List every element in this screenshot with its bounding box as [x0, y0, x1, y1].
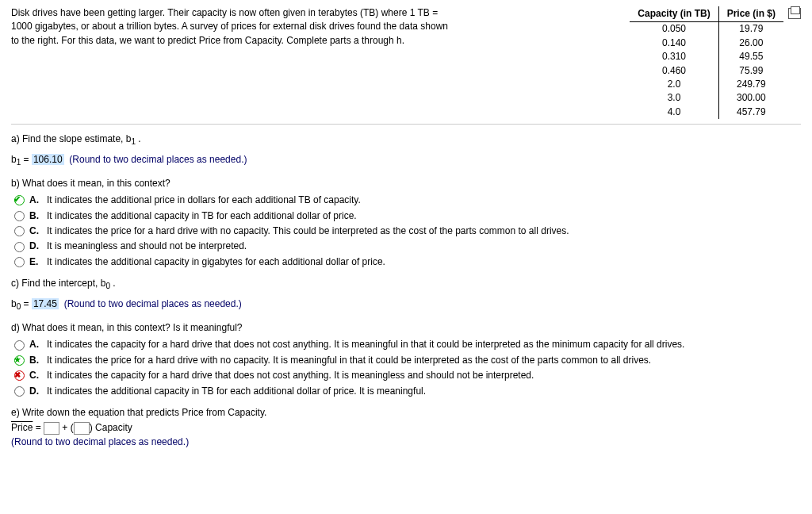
- option-text: It indicates the additional capacity in …: [47, 385, 426, 398]
- e-prompt: e) Write down the equation that predicts…: [11, 406, 801, 420]
- option-text: It indicates the additional capacity in …: [47, 255, 385, 269]
- option-text: It indicates the price for a hard drive …: [47, 224, 569, 238]
- table-row: 3.0300.00: [630, 91, 783, 105]
- copy-icon[interactable]: [788, 8, 801, 19]
- part-a: a) Find the slope estimate, b1 . b1 = 10…: [11, 132, 801, 169]
- intercept-input[interactable]: [44, 422, 59, 435]
- option-row[interactable]: C.It indicates the capacity for a hard d…: [14, 369, 801, 382]
- a-hint: (Round to two decimal places as needed.): [67, 154, 247, 165]
- c-prompt: c) Find the intercept, b: [11, 278, 105, 289]
- e-hint: (Round to two decimal places as needed.): [11, 435, 801, 449]
- radio-icon[interactable]: [14, 370, 25, 381]
- problem-intro: Disk drives have been getting larger. Th…: [11, 6, 455, 48]
- option-text: It is meaningless and should not be inte…: [47, 240, 247, 253]
- part-d: d) What does it mean, in this context? I…: [11, 321, 801, 398]
- radio-icon[interactable]: [14, 257, 25, 267]
- option-text: It indicates the capacity for a hard dri…: [47, 369, 534, 382]
- radio-icon[interactable]: [14, 242, 25, 252]
- radio-icon[interactable]: [14, 340, 25, 351]
- radio-icon[interactable]: [14, 211, 25, 221]
- radio-icon[interactable]: [14, 355, 25, 366]
- option-row[interactable]: D.It indicates the additional capacity i…: [14, 385, 801, 398]
- table-row: 0.46075.99: [630, 64, 783, 78]
- d-prompt: d) What does it mean, in this context? I…: [11, 321, 801, 335]
- option-text: It indicates the additional price in dol…: [47, 194, 361, 207]
- table-row: 4.0457.79: [630, 105, 783, 119]
- table-row: 0.31049.55: [630, 50, 783, 63]
- radio-icon[interactable]: [14, 226, 25, 236]
- c-answer-input[interactable]: 17.45: [32, 298, 59, 309]
- option-row[interactable]: D.It is meaningless and should not be in…: [14, 240, 801, 253]
- option-row[interactable]: A.It indicates the capacity for a hard d…: [14, 338, 801, 351]
- option-row[interactable]: A.It indicates the additional price in d…: [14, 194, 801, 207]
- col-header-capacity: Capacity (in TB): [630, 6, 718, 22]
- b-prompt: b) What does it mean, in this context?: [11, 177, 801, 190]
- option-text: It indicates the additional capacity in …: [47, 209, 357, 223]
- radio-icon[interactable]: [14, 195, 25, 205]
- table-row: 0.14026.00: [630, 36, 783, 50]
- capacity-price-table: Capacity (in TB) Price (in $) 0.05019.79…: [630, 6, 783, 119]
- option-row[interactable]: E.It indicates the additional capacity i…: [14, 255, 801, 269]
- a-answer-input[interactable]: 106.10: [32, 154, 64, 165]
- slope-input[interactable]: [74, 422, 90, 435]
- option-text: It indicates the price for a hard drive …: [47, 354, 651, 367]
- option-row[interactable]: C.It indicates the price for a hard driv…: [14, 224, 801, 238]
- radio-icon[interactable]: [14, 386, 25, 397]
- price-hat: Price: [11, 422, 33, 433]
- part-b: b) What does it mean, in this context? A…: [11, 177, 801, 269]
- option-row[interactable]: B.It indicates the additional capacity i…: [14, 209, 801, 223]
- c-hint: (Round to two decimal places as needed.): [61, 298, 241, 309]
- option-text: It indicates the capacity for a hard dri…: [47, 338, 684, 351]
- table-row: 2.0249.79: [630, 78, 783, 91]
- header-area: Disk drives have been getting larger. Th…: [11, 6, 801, 125]
- col-header-price: Price (in $): [718, 6, 783, 22]
- data-table-area: Capacity (in TB) Price (in $) 0.05019.79…: [630, 6, 801, 119]
- a-prompt: a) Find the slope estimate, b: [11, 133, 131, 144]
- table-row: 0.05019.79: [630, 22, 783, 36]
- option-row[interactable]: B.It indicates the price for a hard driv…: [14, 354, 801, 367]
- part-c: c) Find the intercept, b0 . b0 = 17.45 (…: [11, 277, 801, 313]
- part-e: e) Write down the equation that predicts…: [11, 406, 801, 449]
